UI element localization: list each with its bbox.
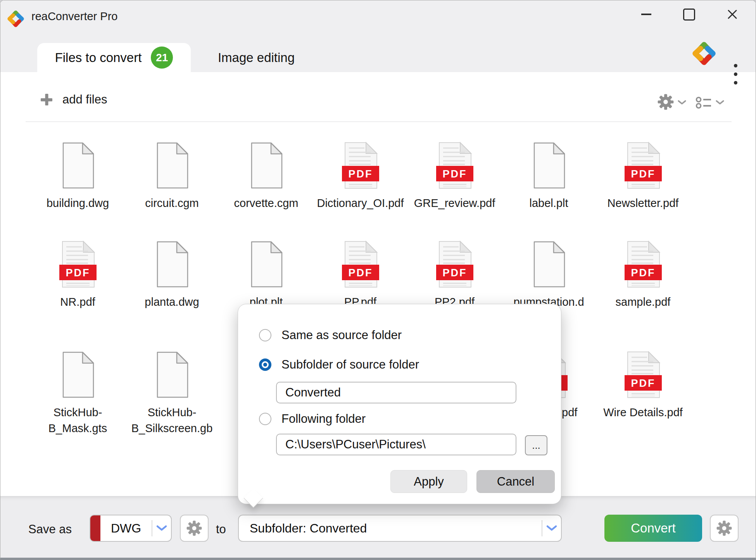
file-icon	[154, 351, 191, 398]
file-item[interactable]: StickHub-B_Mask.gts	[31, 351, 125, 436]
file-name: Newsletter.pdf	[598, 195, 688, 211]
radio-circle-icon[interactable]	[259, 413, 271, 425]
file-item[interactable]: PDF sample.pdf	[596, 241, 690, 310]
folder-path-input[interactable]	[276, 434, 516, 455]
browse-folder-button[interactable]: ...	[525, 435, 547, 455]
apply-button[interactable]: Apply	[390, 470, 467, 493]
radio-label: Following folder	[281, 412, 366, 426]
svg-text:PDF: PDF	[442, 168, 467, 180]
pdf-file-icon: PDF	[436, 241, 473, 288]
chevron-down-icon[interactable]	[715, 100, 725, 105]
file-item[interactable]: PDF Newsletter.pdf	[596, 142, 690, 211]
settings-gear-icon[interactable]	[657, 93, 674, 110]
output-folder-popover: Same as source folder Subfolder of sourc…	[238, 304, 561, 504]
save-as-label: Save as	[28, 522, 72, 536]
file-name: circuit.cgm	[127, 195, 217, 211]
file-icon	[530, 142, 568, 189]
file-item[interactable]: pumpstation.d	[502, 241, 596, 310]
convert-button[interactable]: Convert	[604, 515, 702, 542]
radio-label: Same as source folder	[281, 328, 402, 342]
to-label: to	[216, 522, 226, 536]
radio-option-same-source[interactable]: Same as source folder	[259, 328, 402, 342]
file-name: label.plt	[504, 195, 594, 211]
file-icon	[59, 351, 97, 398]
file-name: NR.pdf	[33, 294, 123, 310]
file-name: Dictionary_OI.pdf	[316, 195, 406, 211]
radio-circle-icon[interactable]	[259, 329, 271, 341]
file-item[interactable]: label.plt	[502, 142, 596, 211]
file-name: building.dwg	[33, 195, 123, 211]
file-item[interactable]: PDF Dictionary_OI.pdf	[313, 142, 407, 211]
add-files-label: add files	[62, 93, 107, 107]
file-icon	[248, 142, 285, 189]
gear-icon	[186, 520, 202, 536]
file-icon	[530, 241, 568, 288]
file-name: .pdf	[559, 405, 577, 420]
pdf-file-icon: PDF	[625, 351, 662, 398]
cancel-button[interactable]: Cancel	[476, 470, 555, 493]
file-name: corvette.cgm	[221, 195, 311, 211]
radio-circle-selected-icon[interactable]	[259, 358, 271, 371]
chevron-down-icon[interactable]	[677, 100, 687, 105]
app-logo-small-icon	[7, 10, 25, 28]
svg-text:PDF: PDF	[348, 267, 373, 279]
gear-icon	[716, 520, 732, 536]
svg-text:PDF: PDF	[631, 377, 655, 389]
file-item[interactable]: PDF Wire Details.pdf	[596, 351, 690, 420]
pdf-file-icon: PDF	[625, 142, 662, 189]
file-icon	[59, 142, 97, 189]
chevron-down-icon[interactable]	[156, 525, 167, 532]
format-value: DWG	[100, 521, 152, 536]
file-name: Wire Details.pdf	[598, 405, 688, 420]
file-item[interactable]: PDF GRE_review.pdf	[407, 142, 502, 211]
file-name: StickHub-B_Mask.gts	[33, 405, 123, 436]
output-format-select[interactable]: DWG	[90, 515, 172, 542]
add-files-button[interactable]: add files	[40, 93, 107, 107]
file-icon	[154, 142, 191, 189]
file-name: sample.pdf	[598, 294, 688, 310]
svg-text:PDF: PDF	[631, 267, 655, 279]
svg-text:PDF: PDF	[66, 267, 90, 279]
file-name: GRE_review.pdf	[410, 195, 500, 211]
view-options-icon[interactable]	[695, 96, 713, 110]
file-icon	[248, 241, 285, 288]
file-name: planta.dwg	[127, 294, 217, 310]
file-item[interactable]: PDF NR.pdf	[31, 241, 125, 310]
plus-icon	[40, 93, 53, 106]
destination-select[interactable]: Subfolder: Converted	[238, 515, 562, 542]
file-item[interactable]: circuit.cgm	[125, 142, 219, 211]
bottom-bar: Save as DWG to Subfolder: Converted Conv…	[0, 496, 756, 558]
window-title: reaConverter Pro	[31, 10, 117, 23]
file-name: StickHub-B_Silkscreen.gb	[127, 405, 217, 436]
svg-text:PDF: PDF	[631, 168, 655, 180]
radio-option-subfolder[interactable]: Subfolder of source folder	[259, 358, 419, 372]
destination-value: Subfolder: Converted	[239, 521, 542, 536]
pdf-file-icon: PDF	[59, 241, 97, 288]
file-icon	[154, 241, 191, 288]
subfolder-name-input[interactable]	[276, 382, 516, 403]
file-item[interactable]: planta.dwg	[125, 241, 219, 310]
chevron-down-icon[interactable]	[546, 525, 558, 532]
pdf-file-icon: PDF	[436, 142, 473, 189]
pdf-file-icon: PDF	[625, 241, 662, 288]
format-settings-button[interactable]	[180, 515, 209, 542]
pdf-file-icon: PDF	[342, 142, 379, 189]
radio-label: Subfolder of source folder	[281, 358, 419, 372]
file-item[interactable]: plot.plt	[219, 241, 313, 310]
file-item[interactable]: PDF PP.pdf	[313, 241, 407, 310]
radio-option-following-folder[interactable]: Following folder	[259, 412, 366, 426]
file-item[interactable]: corvette.cgm	[219, 142, 313, 211]
svg-text:PDF: PDF	[348, 168, 373, 180]
format-accent-bar	[90, 515, 100, 541]
file-item[interactable]: StickHub-B_Silkscreen.gb	[125, 351, 219, 436]
svg-text:PDF: PDF	[442, 267, 467, 279]
app-window: Files to convert 21 Image editing reaCon…	[0, 0, 756, 560]
convert-settings-button[interactable]	[710, 515, 739, 542]
pdf-file-icon: PDF	[342, 241, 379, 288]
file-item[interactable]: PDF PP2.pdf	[407, 241, 502, 310]
file-item[interactable]: building.dwg	[31, 142, 125, 211]
